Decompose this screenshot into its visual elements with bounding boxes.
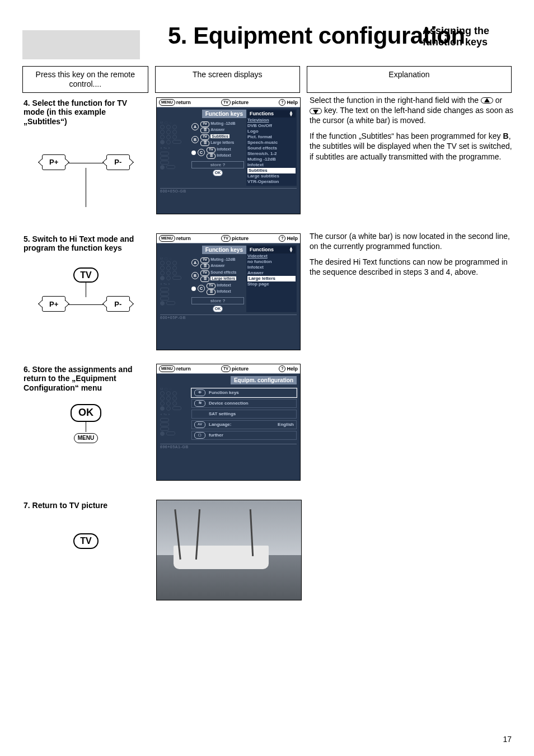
- rowC-top: Infotext: [217, 283, 231, 287]
- fk-panel-title: Function keys: [202, 246, 246, 254]
- tv-icon: TV: [221, 235, 231, 242]
- help-label: Help: [287, 366, 298, 372]
- return-label: return: [176, 236, 191, 241]
- eq-row-label: SAT settings: [209, 411, 294, 416]
- func-item: Sound effects: [247, 145, 296, 151]
- func-head-label: Functions: [250, 247, 274, 252]
- step5-tv-panel: MENU return TV picture ? Help Function k…: [156, 233, 301, 350]
- help-icon: ?: [279, 365, 285, 372]
- tt-tiny-icon: ☰: [207, 289, 216, 295]
- tv-top-bar: MENU return TV picture ? Help: [157, 364, 300, 374]
- tt-tiny-icon: ☰: [200, 140, 209, 146]
- help-label: Help: [287, 236, 298, 241]
- eq-row-device-conn: ⇆ Device connection: [191, 399, 297, 408]
- step6-remote-diagram: OK MENU: [24, 403, 148, 444]
- tt-tiny-icon: ☰: [200, 128, 209, 133]
- picture-label: picture: [232, 236, 249, 241]
- p-plus-icon: P+: [42, 154, 65, 170]
- blank-icon: ▢: [194, 432, 205, 439]
- updown-arrows-icon: ▲▼: [289, 247, 293, 253]
- circle-c-icon: C: [198, 149, 205, 156]
- rowA-bot: Answer: [210, 128, 224, 132]
- page-subtitle: Assigning the function keys: [423, 26, 489, 48]
- step7-explanation: [310, 497, 517, 600]
- exp-bold-b: B: [503, 132, 509, 140]
- menu-icon: MENU: [159, 99, 175, 106]
- step4-screen: MENU return TV picture ? Help Function k…: [156, 95, 303, 214]
- rowB-top: Sound effects: [210, 270, 236, 274]
- p-minus-icon: P-: [106, 154, 130, 170]
- tv-icon: TV: [221, 99, 231, 106]
- eq-row-label: Function keys: [209, 390, 294, 395]
- page-header: 5. Equipment configuration Assigning the…: [22, 22, 512, 62]
- updown-arrows-icon: ▲▼: [289, 111, 293, 117]
- screen-code: 600+05P-GB: [160, 314, 297, 320]
- func-item: Large subtitles: [247, 173, 296, 179]
- screen-code: 600+05O-GB: [160, 188, 297, 193]
- fk-assign-col: A TV Muting -12dB ☰ Answer B TV Subtitle…: [191, 120, 244, 186]
- step6-screen: MENU return TV picture ? Help Equipm. co…: [156, 361, 303, 481]
- circle-a-icon: A: [191, 259, 199, 266]
- av-icon: AV: [194, 421, 205, 428]
- step6-explanation: [310, 361, 517, 481]
- connector-icon: [67, 163, 106, 163]
- step5-explanation: The cursor (a white bar) is now located …: [310, 231, 517, 350]
- step5-title: 5. Switch to Hi Text mode and program th…: [24, 234, 148, 253]
- help-label: Help: [287, 100, 298, 105]
- func-item: Pict. format: [247, 134, 296, 140]
- func-item: no function: [247, 259, 296, 265]
- circle-a-icon: A: [191, 123, 199, 130]
- tv-tiny-icon: TV: [200, 270, 209, 276]
- remote-grid-icon: M▢○ ◂▾▴▸: [160, 256, 189, 312]
- func-head-label: Functions: [250, 111, 274, 116]
- func-head: Functions ▲▼: [247, 246, 296, 253]
- tv-tiny-icon: TV: [200, 134, 209, 140]
- circle-b-icon: B: [191, 272, 199, 279]
- rowB-top: Subtitles: [210, 134, 229, 138]
- tv-picture-illustration: [156, 500, 302, 600]
- picture-label: picture: [232, 100, 249, 105]
- tt-tiny-icon: ☰: [200, 264, 209, 269]
- func-item: Stereo/ch. 1-2: [247, 151, 296, 157]
- triangle-up-icon: [481, 97, 493, 104]
- rowB-bot: Large letters: [210, 140, 234, 144]
- step7-left: 7. Return to TV picture TV: [22, 497, 149, 600]
- step5-screen: MENU return TV picture ? Help Function k…: [156, 231, 303, 350]
- step7-screen: [156, 497, 303, 600]
- eq-row-value: English: [278, 422, 294, 427]
- tv-tiny-icon: TV: [200, 121, 209, 127]
- func-item: VTR-Operation: [247, 179, 296, 185]
- tv-icon: TV: [221, 365, 231, 372]
- func-item: Videotext: [247, 253, 296, 259]
- rowB-bot: Large letters: [210, 276, 236, 280]
- tv-tiny-icon: TV: [200, 257, 209, 263]
- eq-row-label: Language:: [209, 422, 274, 427]
- subtitle-l2: function keys: [423, 36, 488, 48]
- menu-button-icon: MENU: [74, 433, 98, 443]
- subtitle-l1: Assigning the: [423, 25, 489, 36]
- body-grid: 4. Select the function for TV mode (in t…: [22, 95, 512, 600]
- exp-text: If the function „Subtitles“ has been pro…: [310, 132, 503, 140]
- step6-title: 6. Store the assignments and return to t…: [24, 365, 148, 393]
- rowC-bot: Infotext: [217, 153, 231, 157]
- exp-text: or: [495, 96, 502, 105]
- ok-icon: OK: [213, 306, 223, 312]
- functions-panel: Functions ▲▼ Television DVB On/Off Logo …: [246, 109, 297, 186]
- tv-top-bar: MENU return TV picture ? Help: [157, 234, 300, 243]
- remote-grid-icon: M▢○ ◂▾▴▸: [160, 120, 189, 186]
- col-head-middle: The screen displays: [155, 66, 300, 93]
- tt-tiny-icon: ☰: [200, 276, 209, 282]
- eq-row-language: AV Language: English: [191, 420, 297, 429]
- rowA-bot: Answer: [210, 264, 224, 267]
- connector-icon: [67, 304, 106, 305]
- step4-remote-diagram: P+ P-: [24, 154, 148, 207]
- func-item-selected: Large letters: [247, 276, 296, 281]
- conn-icon: ⇆: [194, 400, 205, 407]
- page-number: 17: [503, 735, 512, 744]
- fk-assign-col: A TV Muting -12dB ☰ Answer B TV Sound ef…: [191, 256, 244, 312]
- menu-icon: MENU: [159, 365, 175, 372]
- func-item: Muting -12dB: [247, 157, 296, 162]
- step4-tv-panel: MENU return TV picture ? Help Function k…: [156, 97, 301, 214]
- step4-title: 4. Select the function for TV mode (in t…: [24, 98, 148, 126]
- step7-title: 7. Return to TV picture: [24, 501, 148, 510]
